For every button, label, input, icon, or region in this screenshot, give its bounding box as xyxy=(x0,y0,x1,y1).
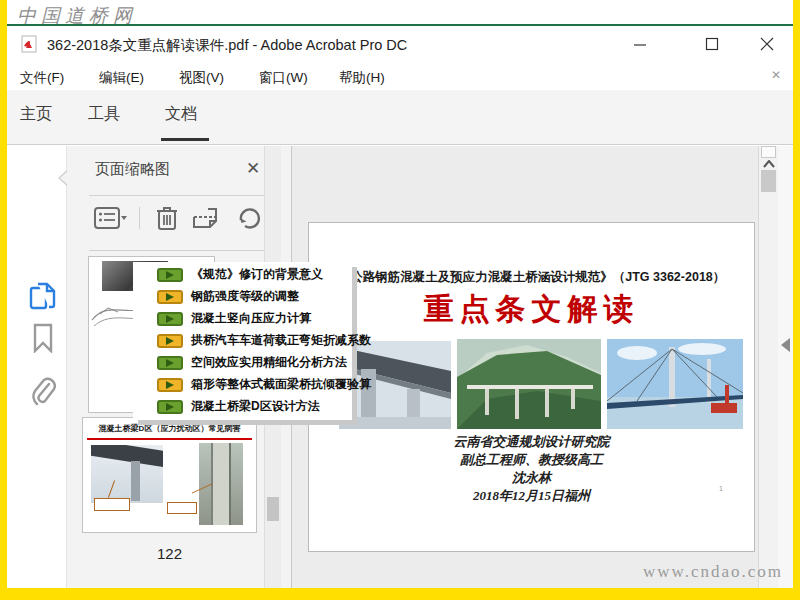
thumbnail-122-callout-left xyxy=(94,498,130,511)
page-thumbnails-nav-button[interactable] xyxy=(27,280,59,312)
navigation-sidebar xyxy=(7,146,67,588)
play-icon xyxy=(157,400,183,414)
agenda-popup: 《规范》修订的背景意义 钢筋强度等级的调整 混凝土竖向压应力计算 拱桥汽车车道荷… xyxy=(133,262,352,420)
panel-divider xyxy=(89,195,279,196)
menu-window[interactable]: 窗口(W) xyxy=(255,67,312,89)
site-watermark-bottom: www.cndao.com xyxy=(643,562,783,582)
thumbnail-122-callout-right xyxy=(167,502,197,514)
window-title: 362-2018条文重点解读课件.pdf - Adobe Acrobat Pro… xyxy=(47,36,407,55)
agenda-item: 箱形等整体式截面梁桥抗倾覆验算 xyxy=(157,377,352,392)
trash-icon xyxy=(156,205,178,231)
panel-toolbar-separator xyxy=(139,207,140,229)
top-watermark-strip: 中国道桥网 xyxy=(7,0,793,24)
bridge-photo-valley xyxy=(457,339,601,429)
main-toolbar: 主页 工具 文档 xyxy=(7,90,793,145)
bridge-photo-suspension xyxy=(607,339,743,429)
agenda-item: 混凝土桥梁D区设计方法 xyxy=(157,399,352,414)
delete-pages-button[interactable] xyxy=(153,205,181,231)
thumbnail-122-page-label: 122 xyxy=(82,545,257,562)
tab-home[interactable]: 主页 xyxy=(20,104,52,125)
maximize-button[interactable] xyxy=(697,31,727,57)
agenda-item: 《规范》修订的背景意义 xyxy=(157,267,352,282)
close-icon xyxy=(760,37,774,51)
rotate-counterclockwise-icon xyxy=(236,205,262,231)
agenda-item: 混凝土竖向压应力计算 xyxy=(157,311,352,326)
document-scrollbar-thumb[interactable] xyxy=(761,170,776,192)
author-line: 2018年12月15日福州 xyxy=(309,487,754,505)
play-icon xyxy=(157,290,183,304)
menu-help[interactable]: 帮助(H) xyxy=(335,67,389,89)
screen: 中国道桥网 362-2018条文重点解读课件.pdf - Adobe Acrob… xyxy=(0,0,800,600)
tab-document[interactable]: 文档 xyxy=(165,104,197,125)
thumbnail-122-title: 混凝土桥梁D区（应力扰动区）常见病害 xyxy=(83,423,256,434)
play-icon xyxy=(157,356,183,370)
thumbnail-options-button[interactable] xyxy=(93,205,129,231)
minimize-icon xyxy=(633,37,647,51)
agenda-item: 钢筋强度等级的调整 xyxy=(157,289,352,304)
thumbnail-122-photo-right xyxy=(199,443,243,525)
agenda-item: 拱桥汽车车道荷载正弯矩折减系数 xyxy=(157,333,352,348)
scroll-up-chevron-icon[interactable] xyxy=(763,160,775,168)
slide-heading: 《公路钢筋混凝土及预应力混凝土桥涵设计规范》（JTG 3362-2018） xyxy=(309,269,754,286)
slide-page-number: 1 xyxy=(719,485,723,492)
rotate-pages-button[interactable] xyxy=(235,205,263,231)
split-pages-button[interactable] xyxy=(191,205,223,231)
acrobat-window: 362-2018条文重点解读课件.pdf - Adobe Acrobat Pro… xyxy=(7,26,793,588)
maximize-icon xyxy=(705,37,719,51)
active-tab-underline xyxy=(161,138,209,141)
thumbnail-page-122[interactable]: 混凝土桥梁D区（应力扰动区）常见病害 xyxy=(82,417,257,533)
scrollbar-top-box[interactable] xyxy=(761,146,776,158)
play-icon xyxy=(157,312,183,326)
bookmark-icon xyxy=(32,323,54,353)
slide-title: 重点条文解读 xyxy=(309,289,754,330)
slide-author-block: 云南省交通规划设计研究院 副总工程师、教授级高工 沈永林 2018年12月15日… xyxy=(309,433,754,505)
paperclip-icon xyxy=(30,376,56,408)
options-list-icon xyxy=(94,206,128,230)
split-page-icon xyxy=(192,205,222,231)
attachments-nav-button[interactable] xyxy=(27,376,59,408)
pdf-file-icon xyxy=(20,35,38,53)
play-icon xyxy=(157,334,183,348)
collapse-panel-handle-icon[interactable] xyxy=(781,338,790,352)
menu-edit[interactable]: 编辑(E) xyxy=(95,67,148,89)
close-button[interactable] xyxy=(752,31,782,57)
panel-close-button[interactable]: ✕ xyxy=(243,158,263,178)
title-bar: 362-2018条文重点解读课件.pdf - Adobe Acrobat Pro… xyxy=(7,26,793,62)
slide-page-1: 《公路钢筋混凝土及预应力混凝土桥涵设计规范》（JTG 3362-2018） 重点… xyxy=(308,222,755,552)
author-line: 沈永林 xyxy=(309,469,754,487)
minimize-button[interactable] xyxy=(625,31,655,57)
tab-tools[interactable]: 工具 xyxy=(88,104,120,125)
pages-icon xyxy=(29,281,57,311)
document-scrollbar[interactable] xyxy=(758,146,778,588)
menu-bar: 文件(F) 编辑(E) 视图(V) 窗口(W) 帮助(H) ✕ xyxy=(7,62,793,90)
author-line: 副总工程师、教授级高工 xyxy=(309,451,754,469)
panel-scrollbar-thumb[interactable] xyxy=(267,497,279,521)
bookmarks-nav-button[interactable] xyxy=(27,322,59,354)
right-margin xyxy=(778,146,793,588)
author-line: 云南省交通规划设计研究院 xyxy=(309,433,754,451)
agenda-item: 空间效应实用精细化分析方法 xyxy=(157,355,352,370)
play-icon xyxy=(157,268,183,282)
thumbnail-122-redline xyxy=(87,438,252,440)
menu-file[interactable]: 文件(F) xyxy=(16,67,68,89)
panel-title: 页面缩略图 xyxy=(95,160,170,179)
thumbnail-122-photo-left xyxy=(91,445,163,503)
play-icon xyxy=(157,378,183,392)
menu-view[interactable]: 视图(V) xyxy=(175,67,228,89)
menubar-close-icon[interactable]: ✕ xyxy=(771,68,781,82)
panel-divider2 xyxy=(89,250,279,251)
document-view[interactable]: 《公路钢筋混凝土及预应力混凝土桥涵设计规范》（JTG 3362-2018） 重点… xyxy=(292,146,758,588)
